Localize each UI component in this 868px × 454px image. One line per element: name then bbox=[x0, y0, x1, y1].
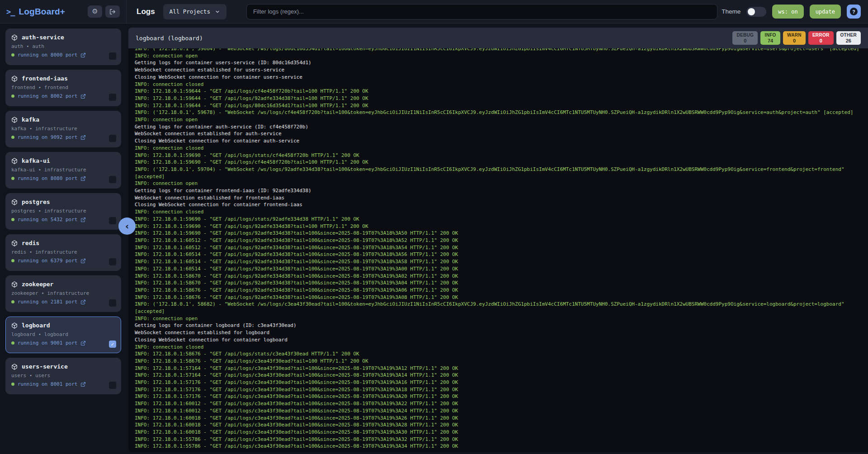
service-card[interactable]: logboard logboard • logboard running on … bbox=[5, 317, 121, 353]
log-line: INFO: 172.18.0.1:60018 - "GET /api/logs/… bbox=[135, 429, 862, 436]
service-status-text: running on 5432 port bbox=[18, 217, 77, 222]
external-link-icon[interactable] bbox=[80, 382, 86, 387]
logout-button[interactable] bbox=[105, 5, 120, 18]
log-line: [accepted] bbox=[135, 308, 862, 315]
page-title: Logs bbox=[137, 7, 155, 16]
level-badge[interactable]: OTHER 26 bbox=[836, 31, 861, 45]
log-filter-input[interactable] bbox=[246, 4, 717, 19]
log-line: INFO: 172.18.0.1:59644 - "GET /api/logs/… bbox=[135, 102, 862, 109]
log-line: INFO: 172.18.0.1:59690 - "GET /api/logs/… bbox=[135, 159, 862, 166]
log-line: INFO: connection closed bbox=[135, 145, 862, 152]
log-output[interactable]: INFO: ('172.18.0.1', 59664) - "WebSocket… bbox=[128, 48, 868, 452]
service-checkbox[interactable] bbox=[109, 217, 116, 224]
log-line: INFO: connection open bbox=[135, 180, 862, 187]
running-status-dot bbox=[11, 53, 14, 57]
service-card[interactable]: kafka kafka • infrastructure running on … bbox=[5, 111, 121, 147]
service-card[interactable]: kafka-ui kafka-ui • infrastructure runni… bbox=[5, 152, 121, 189]
badge-label: WARN bbox=[787, 33, 802, 38]
log-line: INFO: 172.18.0.1:57176 - "GET /api/logs/… bbox=[135, 393, 862, 400]
log-line: INFO: 172.18.0.1:59690 - "GET /api/logs/… bbox=[135, 152, 862, 159]
service-status-text: running on 9001 port bbox=[18, 340, 77, 346]
log-line: INFO: connection open bbox=[135, 52, 862, 60]
package-icon bbox=[11, 281, 18, 288]
service-card[interactable]: zookeeper zookeeper • infrastructure run… bbox=[5, 275, 121, 312]
log-panel: logboard (logboard) DEBUG 0 INFO 74 WARN… bbox=[128, 28, 868, 452]
websocket-toggle-button[interactable]: ws: on bbox=[772, 5, 803, 19]
level-badge[interactable]: WARN 0 bbox=[783, 31, 806, 45]
running-status-dot bbox=[11, 300, 14, 303]
log-line: Closing WebSocket connection for contain… bbox=[135, 137, 862, 145]
external-link-icon[interactable] bbox=[80, 340, 86, 346]
log-line: INFO: 172.18.0.1:58676 - "GET /api/logs/… bbox=[135, 350, 862, 358]
log-line: INFO: 172.18.0.1:60512 - "GET /api/logs/… bbox=[135, 244, 862, 251]
service-name: frontend-iaas bbox=[22, 75, 68, 82]
log-line: INFO: 172.18.0.1:60018 - "GET /api/logs/… bbox=[135, 421, 862, 429]
service-checkbox[interactable] bbox=[109, 176, 116, 183]
level-badge[interactable]: ERROR 0 bbox=[808, 31, 834, 45]
sidebar-header: >_ LogBoard+ ⚙ bbox=[0, 0, 127, 23]
level-badge[interactable]: INFO 74 bbox=[760, 31, 780, 45]
external-link-icon[interactable] bbox=[80, 258, 86, 264]
service-name: logboard bbox=[22, 322, 50, 329]
log-line: INFO: 172.18.0.1:60018 - "GET /api/logs/… bbox=[135, 415, 862, 422]
log-line: Closing WebSocket connection for contain… bbox=[135, 336, 862, 344]
theme-toggle[interactable] bbox=[746, 7, 766, 17]
update-button[interactable]: update bbox=[810, 5, 841, 19]
collapse-sidebar-button[interactable]: ‹ bbox=[118, 218, 136, 235]
service-checkbox[interactable] bbox=[109, 135, 116, 142]
log-line: INFO: 172.18.0.1:57176 - "GET /api/logs/… bbox=[135, 379, 862, 386]
package-icon bbox=[11, 158, 18, 164]
service-status-text: running on 8080 port bbox=[18, 175, 77, 181]
service-card[interactable]: auth-service auth • auth running on 8000… bbox=[5, 28, 121, 65]
log-line: WebSocket connection established for aut… bbox=[135, 130, 862, 137]
project-filter-dropdown[interactable]: All Projects bbox=[163, 4, 226, 19]
chevron-left-icon: ‹ bbox=[125, 221, 129, 232]
settings-button[interactable]: ⚙ bbox=[88, 5, 102, 18]
service-subtitle: users • users bbox=[11, 373, 115, 378]
main-header: Logs All Projects Theme ws: on update ? bbox=[127, 0, 868, 23]
service-name: users-service bbox=[22, 363, 68, 370]
log-line: INFO: 172.18.0.1:59690 - "GET /api/logs/… bbox=[135, 230, 862, 237]
service-subtitle: logboard • logboard bbox=[11, 331, 115, 337]
service-checkbox[interactable] bbox=[109, 258, 116, 265]
service-name: redis bbox=[22, 240, 39, 246]
service-checkbox[interactable] bbox=[109, 52, 116, 60]
log-line: Getting logs for container users-service… bbox=[135, 59, 862, 66]
service-status-text: running on 8002 port bbox=[18, 93, 77, 99]
log-panel-header: logboard (logboard) DEBUG 0 INFO 74 WARN… bbox=[128, 28, 868, 48]
service-card[interactable]: users-service users • users running on 8… bbox=[5, 358, 121, 394]
service-checkbox[interactable] bbox=[109, 382, 116, 389]
log-line: Getting logs for container auth-service … bbox=[135, 123, 862, 131]
toggle-knob bbox=[748, 8, 755, 15]
service-checkbox[interactable] bbox=[109, 94, 116, 101]
service-card[interactable]: redis redis • infrastructure running on … bbox=[5, 234, 121, 271]
log-line: Getting logs for container logboard (ID:… bbox=[135, 322, 862, 329]
log-line: INFO: 172.18.0.1:59644 - "GET /api/logs/… bbox=[135, 88, 862, 95]
external-link-icon[interactable] bbox=[80, 94, 86, 99]
log-line: INFO: 172.18.0.1:60012 - "GET /api/logs/… bbox=[135, 400, 862, 407]
project-filter-value: All Projects bbox=[170, 8, 210, 15]
package-icon bbox=[11, 240, 18, 246]
badge-label: ERROR bbox=[812, 33, 830, 38]
service-subtitle: redis • infrastructure bbox=[11, 249, 115, 255]
question-mark-icon: ? bbox=[850, 8, 858, 15]
running-status-dot bbox=[11, 218, 14, 221]
external-link-icon[interactable] bbox=[80, 176, 86, 181]
external-link-icon[interactable] bbox=[80, 299, 86, 305]
level-badge[interactable]: DEBUG 0 bbox=[732, 31, 758, 45]
running-status-dot bbox=[11, 136, 14, 139]
external-link-icon[interactable] bbox=[80, 52, 86, 58]
service-checkbox[interactable] bbox=[109, 299, 116, 307]
external-link-icon[interactable] bbox=[80, 135, 86, 140]
running-status-dot bbox=[11, 341, 14, 345]
log-line: INFO: 172.18.0.1:57164 - "GET /api/logs/… bbox=[135, 372, 862, 379]
help-button[interactable]: ? bbox=[847, 5, 861, 19]
service-card[interactable]: frontend-iaas frontend • frontend runnin… bbox=[5, 70, 121, 106]
package-icon bbox=[11, 199, 18, 205]
logout-icon bbox=[109, 9, 116, 15]
service-card[interactable]: postgres postgres • infrastructure runni… bbox=[5, 193, 121, 230]
service-checkbox[interactable]: ✓ bbox=[109, 340, 116, 348]
log-panel-title: logboard (logboard) bbox=[136, 35, 203, 42]
service-sidebar[interactable]: auth-service auth • auth running on 8000… bbox=[0, 24, 127, 454]
external-link-icon[interactable] bbox=[80, 217, 86, 222]
